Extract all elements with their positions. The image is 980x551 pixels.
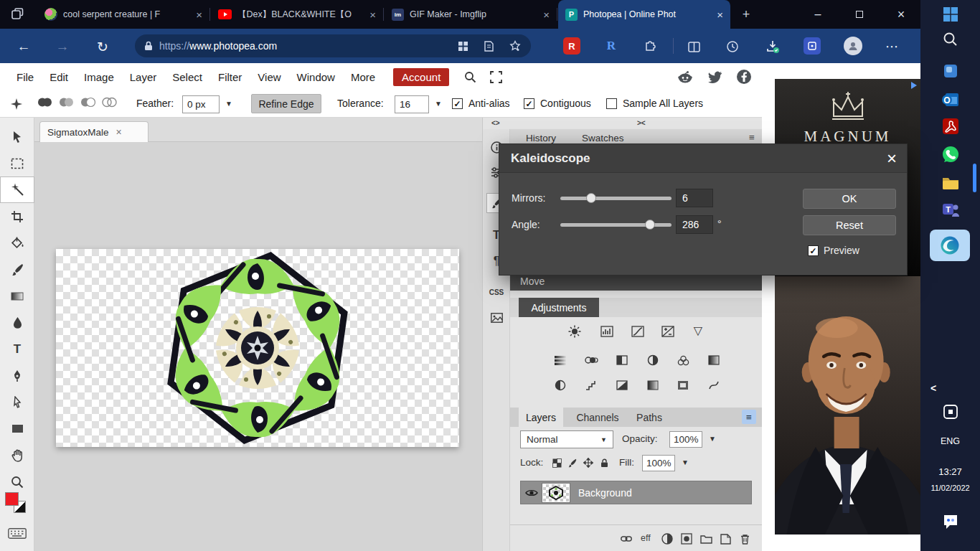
tab-close-icon[interactable]: ×: [369, 9, 376, 21]
extension-reader-r-icon[interactable]: R: [563, 37, 580, 55]
extensions-puzzle-icon[interactable]: [642, 37, 659, 55]
document-tab[interactable]: SigmatoxMale ×: [39, 121, 149, 142]
paint-bucket-tool[interactable]: [0, 230, 34, 256]
vibrance-icon[interactable]: ▽: [691, 323, 705, 337]
antialias-checkbox[interactable]: ✓: [452, 98, 463, 109]
feather-dropdown-icon[interactable]: ▼: [225, 100, 232, 108]
mirrors-slider[interactable]: [560, 197, 672, 200]
tray-app-icon[interactable]: [920, 404, 980, 420]
brush-tool[interactable]: [0, 256, 34, 283]
curve-adjust-icon[interactable]: [707, 378, 721, 392]
blend-mode-select[interactable]: Normal▼: [520, 430, 613, 448]
image-panel-icon[interactable]: [483, 309, 510, 327]
url-bar[interactable]: https://www.photopea.com: [135, 34, 531, 57]
angle-slider-thumb[interactable]: [645, 220, 655, 230]
selection-intersect-icon[interactable]: [102, 97, 117, 108]
tab-close-icon[interactable]: ×: [543, 9, 550, 21]
lock-all-icon[interactable]: [598, 456, 611, 469]
color-balance-icon[interactable]: [584, 353, 598, 367]
canvas-image[interactable]: [56, 249, 459, 447]
twitter-icon[interactable]: [706, 67, 725, 86]
gradient-map-icon[interactable]: [646, 378, 660, 392]
settings-dots-icon[interactable]: ⋯: [882, 37, 901, 56]
gradient-tool[interactable]: [0, 283, 34, 309]
magic-wand-tool[interactable]: [0, 176, 34, 203]
taskbar-clock[interactable]: 13:27: [920, 466, 980, 477]
tray-chevron-icon[interactable]: <: [930, 382, 936, 394]
close-button[interactable]: ×: [885, 0, 917, 29]
contiguous-checkbox[interactable]: ✓: [524, 98, 534, 109]
tab-close-icon[interactable]: ×: [196, 9, 202, 21]
collections-icon[interactable]: [458, 41, 468, 52]
new-group-icon[interactable]: [699, 532, 713, 546]
minimize-button[interactable]: –: [802, 0, 834, 29]
layer-row-background[interactable]: Background: [520, 481, 752, 504]
feather-input[interactable]: 0 px: [182, 95, 220, 113]
shape-tool[interactable]: [0, 415, 34, 442]
forward-button[interactable]: →: [53, 37, 72, 56]
history-icon[interactable]: [723, 37, 742, 56]
sample-all-layers-checkbox[interactable]: [606, 98, 617, 109]
favorites-star-icon[interactable]: [509, 40, 521, 52]
teams-icon[interactable]: T: [920, 201, 980, 220]
marquee-tool[interactable]: [0, 150, 34, 176]
whatsapp-icon[interactable]: [920, 145, 980, 164]
lock-transparency-icon[interactable]: [550, 456, 563, 469]
angle-slider[interactable]: [560, 223, 672, 227]
tab-actions-icon[interactable]: [6, 4, 29, 24]
foreground-color-swatch[interactable]: [5, 492, 19, 506]
photo-filter-icon[interactable]: [646, 353, 660, 367]
layer-thumbnail[interactable]: [542, 484, 570, 502]
preview-checkbox[interactable]: ✓: [808, 245, 819, 256]
dialog-title-bar[interactable]: Kaleidoscope: [499, 144, 907, 173]
tolerance-input[interactable]: 16: [395, 95, 429, 113]
layers-tab[interactable]: Layers: [519, 408, 563, 427]
reddit-icon[interactable]: [676, 67, 694, 86]
file-explorer-icon[interactable]: [920, 174, 980, 192]
downloads-icon[interactable]: [763, 37, 782, 56]
black-white-icon[interactable]: [615, 353, 629, 367]
opacity-input[interactable]: 100%: [669, 431, 702, 448]
browser-tab[interactable]: im GIF Maker - Imgflip ×: [385, 0, 557, 29]
ad-banner-portrait[interactable]: [775, 276, 920, 534]
panel-menu-icon[interactable]: ≡: [749, 132, 755, 143]
paths-tab[interactable]: Paths: [631, 408, 668, 427]
layer-effects-label[interactable]: eff: [641, 533, 651, 543]
selection-subtract-icon[interactable]: [80, 97, 95, 108]
lock-paint-icon[interactable]: [566, 456, 579, 469]
pen-tool[interactable]: [0, 362, 34, 389]
angle-value[interactable]: 286: [676, 215, 713, 234]
selective-color-icon[interactable]: [676, 378, 690, 392]
reload-button[interactable]: ↻: [93, 37, 112, 56]
chat-icon[interactable]: [920, 512, 980, 531]
hand-tool[interactable]: [0, 442, 34, 468]
levels-icon[interactable]: [600, 324, 614, 339]
menu-edit[interactable]: Edit: [42, 71, 76, 83]
search-icon[interactable]: [461, 67, 479, 86]
back-button[interactable]: ←: [14, 37, 33, 56]
new-layer-icon[interactable]: [718, 532, 732, 546]
split-screen-icon[interactable]: [684, 37, 703, 56]
panel-collapse-right[interactable]: ><: [637, 119, 646, 127]
zoom-tool[interactable]: [0, 468, 34, 495]
selection-add-icon[interactable]: [59, 97, 74, 108]
move-tool[interactable]: [0, 123, 34, 150]
edge-icon-active[interactable]: [930, 230, 970, 261]
menu-filter[interactable]: Filter: [210, 71, 250, 83]
fill-input[interactable]: 100%: [642, 455, 675, 471]
menu-view[interactable]: View: [250, 71, 288, 83]
crop-tool[interactable]: [0, 203, 34, 230]
curves-icon[interactable]: [631, 324, 645, 339]
document-close-icon[interactable]: ×: [116, 126, 122, 138]
tab-close-icon[interactable]: ×: [717, 9, 723, 21]
invert-icon[interactable]: [553, 378, 567, 392]
mirrors-value[interactable]: 6: [676, 189, 713, 207]
panel-collapse-left[interactable]: <>: [491, 119, 500, 127]
facebook-icon[interactable]: [735, 67, 753, 86]
extension-blue-r-icon[interactable]: R: [603, 37, 620, 55]
css-panel-icon[interactable]: CSS: [483, 283, 510, 301]
color-lookup-icon[interactable]: [707, 353, 721, 367]
history-tab[interactable]: History: [526, 133, 556, 143]
browser-tab[interactable]: 【Dex】BLACK&WHITE【O ×: [211, 0, 383, 29]
exposure-icon[interactable]: [661, 324, 675, 339]
